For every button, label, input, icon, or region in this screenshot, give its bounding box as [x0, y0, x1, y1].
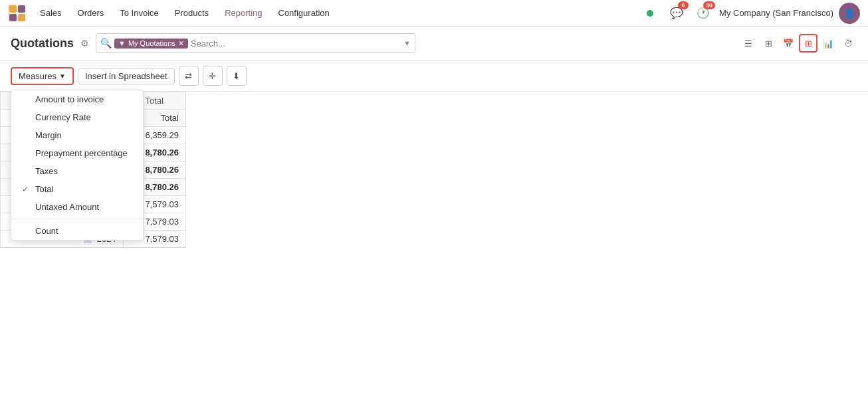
list-view-button[interactable]: ☰ [739, 34, 758, 52]
flip-icon: ⇄ [185, 71, 192, 81]
view-switcher: ☰ ⊞ 📅 ⊞ 📊 ⏱ [739, 34, 857, 52]
flip-axis-button[interactable]: ⇄ [179, 66, 199, 86]
funnel-icon: ▼ [118, 39, 126, 47]
check-icon: ✓ [22, 185, 31, 194]
measure-total[interactable]: ✓ Total [11, 180, 143, 198]
top-navigation: Sales Orders To Invoice Products Reporti… [0, 0, 868, 27]
svg-rect-3 [9, 14, 17, 21]
measure-amount-invoice[interactable]: Amount to invoice [11, 90, 143, 108]
measure-margin[interactable]: Margin [11, 126, 143, 144]
kanban-icon: ⊞ [765, 39, 772, 49]
main-content: Quotations ⚙ 🔍 ▼ My Quotations ✕ ▼ ☰ ⊞ 📅 [0, 27, 868, 410]
calendar-icon: 📅 [783, 39, 794, 49]
measure-label: Currency Rate [35, 112, 91, 122]
measure-label: Taxes [35, 166, 58, 176]
activity-badge: 30 [703, 1, 715, 9]
insert-spreadsheet-button[interactable]: Insert in Spreadsheet [78, 68, 175, 84]
measure-currency-rate[interactable]: Currency Rate [11, 108, 143, 126]
measure-untaxed[interactable]: Untaxed Amount [11, 198, 143, 216]
svg-rect-4 [18, 14, 25, 21]
measures-dropdown: Amount to invoice Currency Rate Margin P… [11, 90, 144, 241]
settings-icon[interactable]: ⚙ [80, 38, 89, 49]
pivot-view-button[interactable]: ⊞ [799, 34, 817, 52]
status-indicator [639, 3, 661, 24]
messages-badge: 6 [678, 1, 689, 9]
graph-view-button[interactable]: 📊 [819, 34, 837, 52]
nav-to-invoice[interactable]: To Invoice [113, 5, 165, 21]
download-icon: ⬇ [233, 71, 240, 81]
measure-prepayment[interactable]: Prepayment percentage [11, 144, 143, 162]
measure-label: Amount to invoice [35, 94, 104, 104]
graph-icon: 📊 [823, 39, 833, 49]
svg-rect-1 [9, 5, 17, 13]
calendar-view-button[interactable]: 📅 [779, 34, 798, 52]
topnav-right-section: 💬 6 🕐 30 My Company (San Francisco) 👤 [639, 3, 860, 24]
download-button[interactable]: ⬇ [227, 66, 247, 86]
nav-products[interactable]: Products [168, 5, 215, 21]
nav-orders[interactable]: Orders [71, 5, 111, 21]
measure-label: Count [35, 226, 58, 236]
measure-label: Total [35, 184, 53, 194]
search-bar: 🔍 ▼ My Quotations ✕ ▼ [96, 33, 415, 53]
expand-icon: ✛ [209, 71, 216, 81]
user-avatar[interactable]: 👤 [839, 3, 860, 24]
search-icon: 🔍 [100, 38, 112, 49]
search-dropdown-button[interactable]: ▼ [403, 39, 411, 47]
measures-button[interactable]: Measures ▼ [11, 67, 74, 85]
active-filter-tag: ▼ My Quotations ✕ [114, 39, 188, 49]
filter-tag-label: My Quotations [128, 39, 175, 47]
measure-label: Prepayment percentage [35, 148, 128, 158]
pivot-toolbar: Measures ▼ Insert in Spreadsheet ⇄ ✛ ⬇ A… [0, 60, 868, 92]
measure-label: Margin [35, 130, 62, 140]
insert-label: Insert in Spreadsheet [85, 71, 167, 81]
messages-button[interactable]: 💬 6 [666, 3, 687, 24]
measure-count[interactable]: Count [11, 222, 143, 240]
activity-icon: ⏱ [844, 39, 853, 49]
page-title: Quotations [11, 37, 74, 51]
activity-view-button[interactable]: ⏱ [839, 34, 857, 52]
page-header: Quotations ⚙ 🔍 ▼ My Quotations ✕ ▼ ☰ ⊞ 📅 [0, 27, 868, 60]
activity-button[interactable]: 🕐 30 [693, 3, 714, 24]
chevron-down-icon: ▼ [59, 72, 66, 80]
remove-filter-button[interactable]: ✕ [178, 39, 184, 48]
pivot-icon: ⊞ [805, 39, 812, 49]
expand-button[interactable]: ✛ [203, 66, 223, 86]
list-icon: ☰ [744, 39, 752, 49]
dropdown-separator [11, 219, 143, 219]
nav-configuration[interactable]: Configuration [272, 5, 336, 21]
nav-reporting[interactable]: Reporting [218, 5, 269, 21]
search-input[interactable] [191, 39, 398, 49]
nav-sales[interactable]: Sales [33, 5, 68, 21]
svg-rect-2 [18, 5, 25, 13]
measure-label: Untaxed Amount [35, 202, 99, 212]
app-logo[interactable] [8, 4, 27, 23]
measure-taxes[interactable]: Taxes [11, 162, 143, 180]
kanban-view-button[interactable]: ⊞ [759, 34, 778, 52]
company-selector[interactable]: My Company (San Francisco) [719, 8, 833, 18]
measures-label: Measures [19, 71, 56, 81]
